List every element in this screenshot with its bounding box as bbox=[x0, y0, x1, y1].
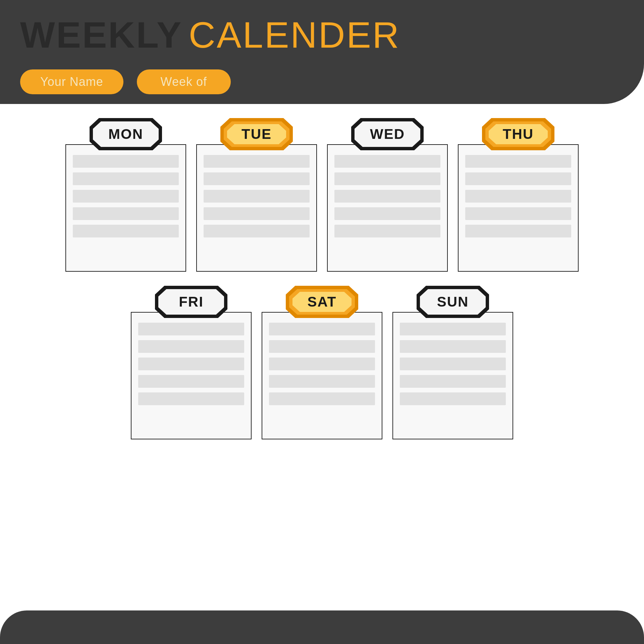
line bbox=[138, 340, 244, 353]
line bbox=[138, 392, 244, 405]
line bbox=[204, 190, 310, 203]
line bbox=[138, 358, 244, 370]
day-card-sat bbox=[262, 312, 382, 439]
day-badge-sat: SAT bbox=[285, 285, 359, 319]
line bbox=[465, 225, 571, 237]
line bbox=[269, 323, 375, 335]
line bbox=[269, 358, 375, 370]
day-badge-mon: MON bbox=[89, 117, 163, 151]
day-column-sat: SAT bbox=[262, 285, 382, 439]
line bbox=[204, 225, 310, 237]
line bbox=[465, 172, 571, 185]
day-label-wed: WED bbox=[370, 126, 405, 142]
day-column-fri: FRI bbox=[131, 285, 252, 439]
day-label-thu: THU bbox=[503, 126, 534, 142]
line bbox=[269, 375, 375, 388]
day-label-sat: SAT bbox=[308, 294, 337, 310]
line bbox=[138, 375, 244, 388]
bottom-days-row: FRI SAT bbox=[20, 285, 624, 439]
line bbox=[73, 207, 179, 220]
day-column-thu: THU bbox=[458, 117, 579, 272]
day-badge-wed: WED bbox=[351, 117, 424, 151]
line bbox=[73, 155, 179, 168]
line bbox=[465, 190, 571, 203]
line bbox=[269, 392, 375, 405]
line bbox=[73, 225, 179, 237]
day-badge-tue: TUE bbox=[220, 117, 293, 151]
line bbox=[73, 172, 179, 185]
title-calender: CALENDER bbox=[189, 13, 400, 56]
line bbox=[204, 207, 310, 220]
title-container: WEEKLY CALENDER bbox=[20, 13, 400, 56]
line bbox=[400, 375, 506, 388]
day-card-tue bbox=[196, 144, 317, 272]
calendar-area: MON TUE bbox=[0, 104, 644, 610]
line bbox=[204, 172, 310, 185]
footer-background bbox=[0, 610, 644, 644]
day-column-wed: WED bbox=[327, 117, 448, 272]
day-label-mon: MON bbox=[108, 126, 143, 142]
line bbox=[73, 190, 179, 203]
day-column-tue: TUE bbox=[196, 117, 317, 272]
day-card-fri bbox=[131, 312, 252, 439]
day-card-sun bbox=[392, 312, 513, 439]
day-label-sun: SUN bbox=[437, 294, 469, 310]
day-column-mon: MON bbox=[65, 117, 186, 272]
line bbox=[465, 207, 571, 220]
header-content: WEEKLY CALENDER Your Name Week of bbox=[0, 0, 421, 108]
line bbox=[334, 190, 440, 203]
pill-name[interactable]: Your Name bbox=[20, 69, 123, 94]
day-badge-thu: THU bbox=[481, 117, 555, 151]
line bbox=[465, 155, 571, 168]
line bbox=[204, 155, 310, 168]
line bbox=[400, 340, 506, 353]
day-label-tue: TUE bbox=[241, 126, 272, 142]
line bbox=[334, 172, 440, 185]
line bbox=[400, 323, 506, 335]
title-weekly: WEEKLY bbox=[20, 13, 182, 56]
line bbox=[400, 392, 506, 405]
day-badge-sun: SUN bbox=[416, 285, 490, 319]
day-card-wed bbox=[327, 144, 448, 272]
line bbox=[269, 340, 375, 353]
line bbox=[334, 155, 440, 168]
day-card-thu bbox=[458, 144, 579, 272]
pill-container: Your Name Week of bbox=[20, 69, 400, 94]
line bbox=[334, 225, 440, 237]
line bbox=[400, 358, 506, 370]
top-days-row: MON TUE bbox=[20, 117, 624, 272]
day-column-sun: SUN bbox=[392, 285, 513, 439]
line bbox=[138, 323, 244, 335]
day-card-mon bbox=[65, 144, 186, 272]
line bbox=[334, 207, 440, 220]
day-badge-fri: FRI bbox=[154, 285, 228, 319]
day-label-fri: FRI bbox=[179, 294, 204, 310]
pill-week[interactable]: Week of bbox=[137, 69, 231, 94]
